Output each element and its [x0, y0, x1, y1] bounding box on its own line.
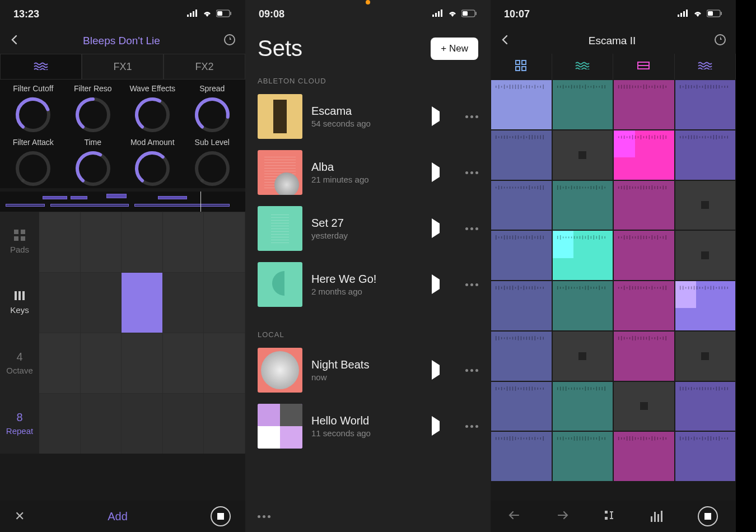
clip-cell[interactable]	[552, 230, 614, 281]
view-pattern[interactable]	[613, 54, 675, 80]
play-button[interactable]	[432, 111, 440, 122]
knob-mod-amount[interactable]: Mod Amount	[123, 138, 183, 188]
clip-cell[interactable]	[675, 331, 736, 381]
clip-cell[interactable]	[491, 230, 552, 281]
clip-cell[interactable]	[613, 230, 675, 281]
clip-cell[interactable]	[675, 180, 736, 231]
more-button[interactable]	[258, 515, 270, 518]
knob-wave-effects[interactable]: Wave Effects	[123, 84, 183, 134]
clip-cell[interactable]	[552, 381, 614, 432]
key-cell[interactable]	[81, 273, 122, 333]
knob-spread[interactable]: Spread	[183, 84, 242, 134]
knob-filter-attack[interactable]: Filter Attack	[3, 138, 63, 188]
rail-repeat[interactable]: 8 Repeat	[0, 393, 39, 454]
clip-cell[interactable]	[613, 381, 675, 432]
more-button[interactable]	[465, 283, 478, 286]
set-row[interactable]: Alba 21 minutes ago	[245, 144, 491, 200]
more-button[interactable]	[465, 369, 478, 372]
key-cell[interactable]	[204, 394, 245, 454]
view-grid[interactable]	[491, 54, 552, 80]
key-cell[interactable]	[39, 333, 81, 393]
key-cell[interactable]	[163, 212, 204, 272]
rail-keys[interactable]: Keys	[0, 272, 39, 333]
tab-fx1[interactable]: FX1	[82, 54, 164, 80]
clip-cell[interactable]	[552, 331, 614, 381]
knob-time[interactable]: Time	[63, 138, 123, 188]
clip-cell[interactable]	[491, 130, 552, 180]
undo-button[interactable]	[508, 510, 521, 522]
levels-button[interactable]	[651, 511, 662, 522]
set-row[interactable]: Here We Go! 2 months ago	[245, 256, 491, 312]
clip-cell[interactable]	[552, 281, 614, 331]
key-cell[interactable]	[81, 333, 122, 393]
clip-cell[interactable]	[491, 180, 552, 231]
clip-cell[interactable]	[675, 281, 736, 331]
clip-cell[interactable]	[491, 80, 552, 130]
more-button[interactable]	[465, 115, 478, 118]
stop-button[interactable]	[698, 506, 718, 526]
clip-cell[interactable]	[675, 80, 736, 130]
clip-cell[interactable]	[613, 431, 675, 482]
clip-cell[interactable]	[491, 431, 552, 482]
play-button[interactable]	[432, 365, 440, 375]
key-cell[interactable]	[204, 212, 245, 272]
view-wave2[interactable]	[675, 54, 736, 80]
clip-cell[interactable]	[552, 130, 614, 180]
knob-sub-level[interactable]: Sub Level	[183, 138, 242, 188]
new-set-button[interactable]: + New	[431, 38, 478, 60]
knob-filter-cutoff[interactable]: Filter Cutoff	[3, 84, 63, 134]
more-button[interactable]	[465, 171, 478, 174]
key-cell[interactable]	[122, 333, 163, 393]
set-row[interactable]: Set 27 yesterday	[245, 200, 491, 256]
clip-cell[interactable]	[675, 381, 736, 432]
play-button[interactable]	[432, 279, 440, 290]
key-cell[interactable]	[163, 273, 204, 333]
play-button[interactable]	[432, 421, 440, 431]
clip-cell[interactable]	[675, 230, 736, 281]
view-wave[interactable]	[552, 54, 614, 80]
more-button[interactable]	[465, 425, 478, 428]
key-cell[interactable]	[39, 394, 81, 454]
clip-cell[interactable]	[552, 80, 614, 130]
key-cell[interactable]	[39, 212, 81, 272]
tab-instrument[interactable]	[0, 54, 82, 80]
clip-cell[interactable]	[613, 80, 675, 130]
play-button[interactable]	[432, 223, 440, 234]
redo-button[interactable]	[556, 510, 568, 522]
rail-octave[interactable]: 4 Octave	[0, 333, 39, 393]
back-button[interactable]	[500, 34, 511, 48]
clip-cell[interactable]	[613, 331, 675, 381]
more-button[interactable]	[465, 227, 478, 230]
clip-cell[interactable]	[552, 180, 614, 231]
tuner-icon[interactable]	[713, 33, 727, 49]
key-cell[interactable]	[122, 273, 163, 333]
clip-cell[interactable]	[613, 130, 675, 180]
knob-filter-reso[interactable]: Filter Reso	[63, 84, 123, 134]
key-cell[interactable]	[122, 394, 163, 454]
clip-cell[interactable]	[675, 431, 736, 482]
back-button[interactable]	[9, 34, 20, 48]
stop-button[interactable]	[211, 506, 231, 526]
clip-cell[interactable]	[491, 281, 552, 331]
clip-cell[interactable]	[613, 180, 675, 231]
rail-pads[interactable]: Pads	[0, 212, 39, 272]
tuner-icon[interactable]	[223, 33, 236, 49]
key-cell[interactable]	[163, 333, 204, 393]
key-cell[interactable]	[163, 394, 204, 454]
clip-cell[interactable]	[552, 431, 614, 482]
clip-cell[interactable]	[491, 381, 552, 432]
add-button[interactable]: Add	[108, 510, 128, 523]
close-button[interactable]: ✕	[15, 509, 25, 524]
key-cell[interactable]	[204, 333, 245, 393]
set-row[interactable]: Hello World 11 seconds ago	[245, 398, 491, 454]
clip-cell[interactable]	[613, 281, 675, 331]
key-cell[interactable]	[122, 212, 163, 272]
clip-cell[interactable]	[491, 331, 552, 381]
set-row[interactable]: Escama 54 seconds ago	[245, 88, 491, 144]
key-cell[interactable]	[204, 273, 245, 333]
quantize-button[interactable]	[604, 510, 615, 523]
mini-timeline[interactable]	[0, 192, 245, 212]
set-row[interactable]: Night Beats now	[245, 342, 491, 398]
key-cell[interactable]	[81, 212, 122, 272]
play-button[interactable]	[432, 167, 440, 178]
